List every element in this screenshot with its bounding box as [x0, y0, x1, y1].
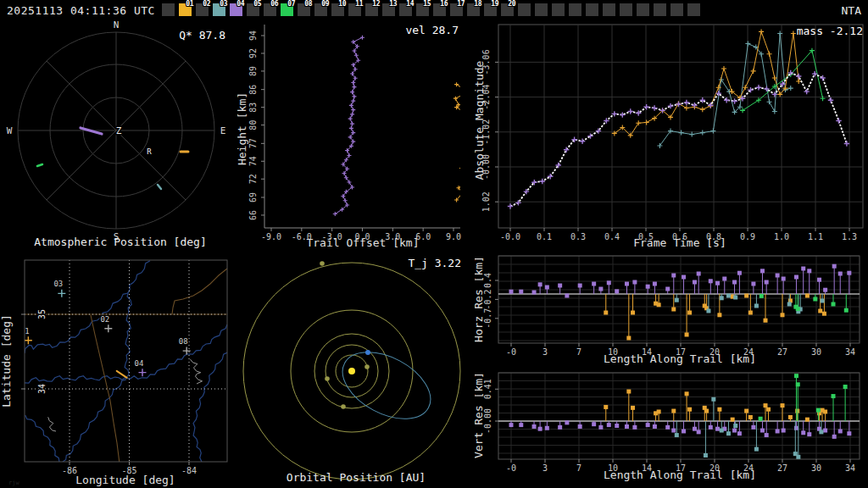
station-chip-17: 17 — [450, 3, 463, 16]
horz-res-plot: -03710141720242730340.4-0.2-0.7 — [483, 256, 860, 357]
svg-text:04: 04 — [135, 359, 144, 368]
station-chip-blank — [569, 3, 581, 16]
trail-offset-panel: -9.0-6.0-3.00.03.06.09.09492898683807774… — [237, 20, 475, 250]
map-station-03: 03 — [53, 280, 65, 297]
station-chip-09: 09 — [314, 3, 327, 16]
station-chip-label: 14 — [406, 0, 414, 8]
ground-map-plot: 0102030408-86-85-843534 — [20, 260, 228, 475]
svg-text:0.1: 0.1 — [537, 232, 552, 241]
svg-text:03: 03 — [53, 280, 63, 288]
station-chip-label: 04 — [236, 0, 244, 8]
station-chip-04: 04 — [230, 3, 242, 16]
station-chip-03: 03 — [213, 3, 225, 16]
vert-res-xlabel: Length Along Trail [km] — [604, 469, 756, 481]
svg-text:9.0: 9.0 — [446, 232, 461, 241]
station-chip-label: 09 — [321, 0, 329, 8]
svg-text:3: 3 — [542, 347, 548, 357]
svg-text:35: 35 — [37, 309, 47, 319]
svg-text:-0: -0 — [506, 463, 516, 473]
map-station-02: 02 — [100, 315, 112, 333]
magnitude-series-04 — [508, 70, 849, 209]
svg-text:30: 30 — [811, 347, 821, 357]
svg-text:7: 7 — [576, 463, 581, 473]
magnitude-xlabel: Frame Time [s] — [633, 236, 726, 249]
svg-text:34: 34 — [37, 384, 47, 394]
svg-text:-0.0: -0.0 — [500, 232, 520, 241]
station-chip-label: 10 — [338, 0, 346, 8]
svg-text:1.1: 1.1 — [808, 232, 823, 241]
trail-ylabel: Height [km] — [237, 92, 248, 165]
station-chip-blank — [670, 3, 683, 16]
station-chip-label: 18 — [474, 0, 481, 8]
magnitude-plot: -0.00.10.30.40.50.60.80.91.01.11.3-3.06-… — [481, 25, 863, 241]
polar-plot: NSWEZR — [7, 20, 226, 242]
station-chip-06: 06 — [264, 3, 276, 16]
g-horz-series-01 — [604, 294, 826, 341]
station-chip-07: 07 — [281, 3, 293, 16]
svg-text:02: 02 — [100, 315, 109, 324]
vert-res-ylabel: Vert Res [km] — [475, 372, 485, 458]
svg-text:72: 72 — [248, 174, 258, 184]
station-chip-label: 17 — [457, 0, 465, 8]
station-chip-blank — [586, 3, 598, 16]
station-chip-label: 01 — [186, 0, 193, 8]
trail-xlabel: Trail Offset [km] — [306, 236, 419, 249]
station-chip-label: 06 — [270, 0, 278, 8]
tisserand-title: T_j 3.22 — [408, 257, 461, 269]
q-star-title: Q* 87.8 — [179, 29, 225, 42]
station-chip-18: 18 — [467, 3, 480, 16]
vert-res-plot: -03710141720242730340.41-0.00 — [483, 373, 860, 473]
map-xlabel: Longitude [deg] — [75, 474, 175, 486]
station-chip-blank — [518, 3, 531, 16]
map-station-04: 04 — [135, 359, 147, 377]
station-chip-label: 02 — [203, 0, 210, 8]
horz-res-ylabel: Horz Res [km] — [475, 256, 485, 342]
orbit-caption: Orbital Position [AU] — [287, 471, 426, 484]
atmospheric-caption: Atmospheric Position [deg] — [34, 236, 207, 248]
station-chip-13: 13 — [382, 3, 395, 16]
map-station-01: 01 — [20, 327, 32, 345]
mass-title: mass -2.12 — [797, 25, 863, 37]
map-ylabel: Latitude [deg] — [0, 314, 13, 408]
svg-text:0.9: 0.9 — [740, 232, 755, 241]
g-vert-series-03 — [675, 397, 824, 459]
station-chip-label: 19 — [491, 0, 498, 8]
svg-text:0.3: 0.3 — [570, 232, 586, 241]
station-chip-label: 15 — [423, 0, 431, 8]
horz-res-xlabel: Length Along Trail [km] — [604, 352, 756, 365]
svg-text:R: R — [147, 147, 152, 156]
atmospheric-position-panel: NSWEZR Q* 87.8 Atmospheric Position [deg… — [0, 20, 237, 250]
station-chip-label: 05 — [253, 0, 261, 8]
station-chip-12: 12 — [365, 3, 378, 16]
station-chip-blank — [637, 3, 649, 16]
station-chip-02: 02 — [196, 3, 209, 16]
sun-dot — [348, 368, 355, 374]
station-chip-11: 11 — [348, 3, 361, 16]
station-chip-16: 16 — [433, 3, 446, 16]
svg-text:27: 27 — [777, 463, 787, 473]
svg-text:7: 7 — [576, 347, 581, 357]
svg-text:3: 3 — [542, 463, 548, 473]
g-vert-series-04 — [509, 420, 852, 439]
station-chip-label: 12 — [372, 0, 380, 8]
svg-text:1.0: 1.0 — [774, 232, 789, 241]
svg-text:89: 89 — [248, 66, 258, 76]
station-chip-08: 08 — [298, 3, 310, 16]
svg-text:1.3: 1.3 — [842, 232, 857, 241]
station-chip-blank — [603, 3, 615, 16]
station-indicator-bar: 0102030405060708091011121314151617181920 — [162, 3, 704, 16]
svg-text:86: 86 — [248, 85, 258, 95]
svg-text:-9.0: -9.0 — [261, 232, 281, 241]
station-chip-label: 11 — [355, 0, 363, 8]
magnitude-ylabel: Absolute Magnitude — [475, 60, 486, 180]
trail-series-04 — [333, 36, 364, 216]
svg-text:1.02: 1.02 — [481, 191, 491, 212]
svg-text:69: 69 — [248, 192, 258, 202]
horz-res-panel: -03710141720242730340.4-0.2-0.7 Horz Res… — [475, 250, 868, 369]
station-chip-15: 15 — [416, 3, 429, 16]
svg-text:34: 34 — [845, 463, 855, 473]
station-chip-05: 05 — [247, 3, 259, 16]
orbit-plot — [243, 261, 460, 480]
velocity-title: vel 28.7 — [405, 24, 459, 36]
earth-dot — [365, 350, 370, 355]
